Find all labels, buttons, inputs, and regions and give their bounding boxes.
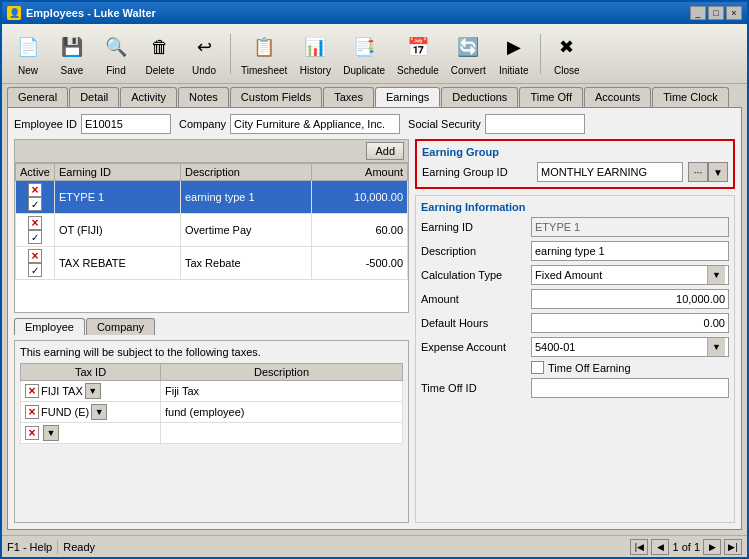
employee-id-input[interactable] (81, 114, 171, 134)
earning-group-id-input[interactable] (537, 162, 683, 182)
calculation-type-label: Calculation Type (421, 269, 531, 281)
tab-earnings[interactable]: Earnings (375, 87, 440, 107)
row-x-check[interactable] (16, 247, 55, 280)
initiate-label: Initiate (499, 65, 528, 76)
tab-time-off[interactable]: Time Off (519, 87, 583, 107)
tax-x-checkbox[interactable] (25, 384, 39, 398)
earnings-table-container: Add Active Earning ID Description Amount (14, 139, 409, 313)
tab-time-clock[interactable]: Time Clock (652, 87, 729, 107)
row-x-check[interactable] (16, 181, 55, 214)
tab-deductions[interactable]: Deductions (441, 87, 518, 107)
tax-id-value: FUND (E) (41, 406, 89, 418)
x-checkbox[interactable] (28, 249, 42, 263)
minimize-button[interactable]: _ (690, 6, 706, 20)
find-button[interactable]: 🔍 Find (95, 28, 137, 79)
close-button[interactable]: ✖ Close (546, 28, 588, 79)
expense-account-select[interactable]: 5400-01 ▼ (531, 337, 729, 357)
eg-dropdown-button[interactable]: ▼ (708, 162, 728, 182)
close-window-button[interactable]: × (726, 6, 742, 20)
tab-taxes[interactable]: Taxes (323, 87, 374, 107)
tab-company[interactable]: Company (86, 318, 155, 335)
help-text[interactable]: F1 - Help (7, 541, 52, 553)
tax-table: Tax ID Description FIJI TAX ▼ (20, 363, 403, 444)
calculation-type-select[interactable]: Fixed Amount ▼ (531, 265, 729, 285)
new-label: New (18, 65, 38, 76)
description-field[interactable] (531, 241, 729, 261)
amount-field[interactable] (531, 289, 729, 309)
amount-cell: 10,000.00 (311, 181, 407, 214)
active-checkbox[interactable] (28, 197, 42, 211)
tax-dropdown[interactable]: ▼ (85, 383, 101, 399)
description-cell: Tax Rebate (180, 247, 311, 280)
history-button[interactable]: 📊 History (294, 28, 336, 79)
toolbar-separator-2 (540, 34, 541, 74)
prev-page-button[interactable]: ◀ (651, 539, 669, 555)
tab-custom-fields[interactable]: Custom Fields (230, 87, 322, 107)
last-page-button[interactable]: ▶| (724, 539, 742, 555)
description-label: Description (421, 245, 531, 257)
history-label: History (300, 65, 331, 76)
amount-label: Amount (421, 293, 531, 305)
convert-button[interactable]: 🔄 Convert (446, 28, 491, 79)
active-checkbox[interactable] (28, 263, 42, 277)
convert-icon: 🔄 (452, 31, 484, 63)
status-bar: F1 - Help Ready |◀ ◀ 1 of 1 ▶ ▶| (2, 535, 747, 557)
first-page-button[interactable]: |◀ (630, 539, 648, 555)
schedule-label: Schedule (397, 65, 439, 76)
time-off-earning-checkbox[interactable] (531, 361, 544, 374)
earning-id-cell: OT (FIJI) (54, 214, 180, 247)
undo-icon: ↩ (188, 31, 220, 63)
main-window: 👤 Employees - Luke Walter _ □ × 📄 New 💾 … (0, 0, 749, 559)
tab-detail[interactable]: Detail (69, 87, 119, 107)
new-button[interactable]: 📄 New (7, 28, 49, 79)
x-checkbox[interactable] (28, 183, 42, 197)
active-checkbox[interactable] (28, 230, 42, 244)
tax-row: ▼ (21, 422, 403, 443)
employee-header: Employee ID Company Social Security (14, 114, 735, 134)
time-off-id-label: Time Off ID (421, 382, 531, 394)
earning-info-title: Earning Information (421, 201, 729, 213)
table-row[interactable]: TAX REBATE Tax Rebate -500.00 (16, 247, 408, 280)
tab-activity[interactable]: Activity (120, 87, 177, 107)
add-button[interactable]: Add (366, 142, 404, 160)
calculation-type-arrow: ▼ (707, 266, 725, 284)
undo-button[interactable]: ↩ Undo (183, 28, 225, 79)
tab-accounts[interactable]: Accounts (584, 87, 651, 107)
employee-id-label: Employee ID (14, 118, 77, 130)
tab-general[interactable]: General (7, 87, 68, 107)
tax-x-checkbox[interactable] (25, 405, 39, 419)
tax-id-value: FIJI TAX (41, 385, 83, 397)
tax-x-checkbox[interactable] (25, 426, 39, 440)
timesheet-label: Timesheet (241, 65, 287, 76)
next-page-button[interactable]: ▶ (703, 539, 721, 555)
tab-employee[interactable]: Employee (14, 318, 85, 335)
maximize-button[interactable]: □ (708, 6, 724, 20)
initiate-button[interactable]: ▶ Initiate (493, 28, 535, 79)
eg-browse-button[interactable]: ··· (688, 162, 708, 182)
social-security-label: Social Security (408, 118, 481, 130)
schedule-button[interactable]: 📅 Schedule (392, 28, 444, 79)
duplicate-button[interactable]: 📑 Duplicate (338, 28, 390, 79)
amount-cell: 60.00 (311, 214, 407, 247)
tax-dropdown[interactable]: ▼ (43, 425, 59, 441)
company-input[interactable] (230, 114, 400, 134)
tax-dropdown[interactable]: ▼ (91, 404, 107, 420)
table-row[interactable]: ETYPE 1 earning type 1 10,000.00 (16, 181, 408, 214)
tab-notes[interactable]: Notes (178, 87, 229, 107)
table-row[interactable]: OT (FIJI) Overtime Pay 60.00 (16, 214, 408, 247)
company-group: Company (179, 114, 400, 134)
description-cell: earning type 1 (180, 181, 311, 214)
time-off-id-field[interactable] (531, 378, 729, 398)
expense-account-arrow: ▼ (707, 338, 725, 356)
status-left: F1 - Help Ready (7, 540, 95, 554)
delete-button[interactable]: 🗑 Delete (139, 28, 181, 79)
x-checkbox[interactable] (28, 216, 42, 230)
row-x-check[interactable] (16, 214, 55, 247)
default-hours-label: Default Hours (421, 317, 531, 329)
social-security-input[interactable] (485, 114, 585, 134)
timesheet-button[interactable]: 📋 Timesheet (236, 28, 292, 79)
save-button[interactable]: 💾 Save (51, 28, 93, 79)
default-hours-field[interactable] (531, 313, 729, 333)
find-icon: 🔍 (100, 31, 132, 63)
window-title: Employees - Luke Walter (26, 7, 156, 19)
